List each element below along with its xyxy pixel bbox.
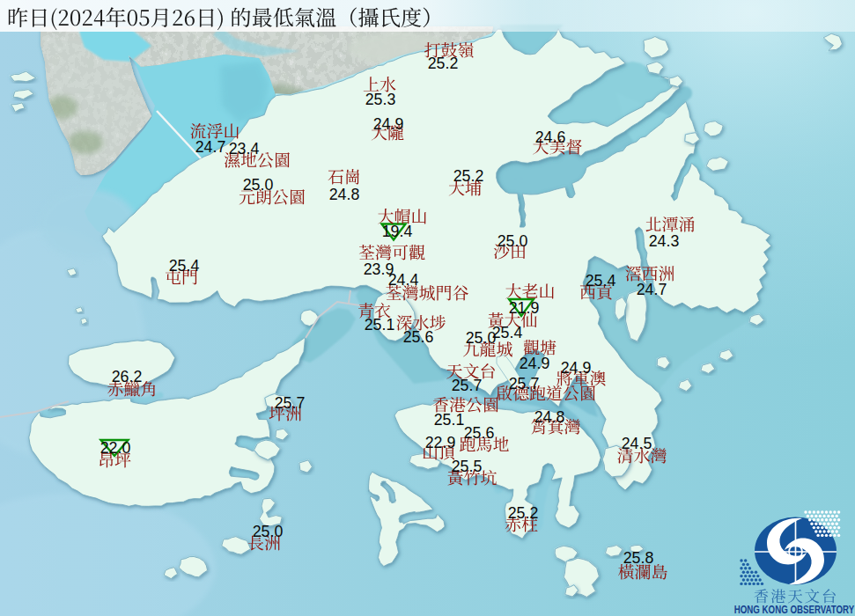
svg-text:26.2: 26.2 xyxy=(112,368,143,385)
svg-text:25.1: 25.1 xyxy=(434,411,465,429)
svg-text:25.1: 25.1 xyxy=(365,316,395,334)
svg-text:25.6: 25.6 xyxy=(403,328,434,346)
svg-text:25.7: 25.7 xyxy=(452,377,483,394)
svg-text:25.0: 25.0 xyxy=(253,523,284,540)
svg-text:24.3: 24.3 xyxy=(649,232,680,250)
svg-text:25.4: 25.4 xyxy=(492,324,523,341)
svg-text:25.0: 25.0 xyxy=(498,232,528,250)
svg-text:24.9: 24.9 xyxy=(520,355,550,372)
svg-text:23.4: 23.4 xyxy=(229,140,260,158)
svg-text:25.7: 25.7 xyxy=(509,375,540,392)
svg-text:24.8: 24.8 xyxy=(534,408,565,426)
svg-text:25.5: 25.5 xyxy=(452,458,483,475)
svg-text:25.8: 25.8 xyxy=(623,549,654,567)
svg-text:25.7: 25.7 xyxy=(275,394,306,412)
svg-text:HONG KONG OBSERVATORY: HONG KONG OBSERVATORY xyxy=(734,602,855,615)
svg-text:24.9: 24.9 xyxy=(561,359,592,377)
svg-text:24.7: 24.7 xyxy=(195,138,226,156)
svg-text:25.2: 25.2 xyxy=(453,167,484,185)
svg-text:22.9: 22.9 xyxy=(425,434,456,451)
svg-text:24.9: 24.9 xyxy=(373,115,404,133)
svg-text:25.2: 25.2 xyxy=(428,55,459,72)
svg-text:25.3: 25.3 xyxy=(365,91,396,108)
svg-text:21.9: 21.9 xyxy=(509,299,540,317)
svg-text:25.2: 25.2 xyxy=(508,504,539,522)
svg-text:22.0: 22.0 xyxy=(100,439,131,457)
svg-text:25.6: 25.6 xyxy=(464,424,495,442)
svg-text:24.4: 24.4 xyxy=(388,271,419,289)
svg-text:24.5: 24.5 xyxy=(622,435,652,452)
svg-text:25.4: 25.4 xyxy=(169,257,200,275)
svg-text:24.8: 24.8 xyxy=(329,186,360,203)
svg-text:25.0: 25.0 xyxy=(243,176,274,194)
svg-text:24.7: 24.7 xyxy=(637,281,667,298)
svg-text:24.6: 24.6 xyxy=(535,128,566,146)
svg-text:25.4: 25.4 xyxy=(586,272,616,290)
svg-text:25.0: 25.0 xyxy=(466,329,497,347)
svg-text:19.4: 19.4 xyxy=(382,223,413,240)
